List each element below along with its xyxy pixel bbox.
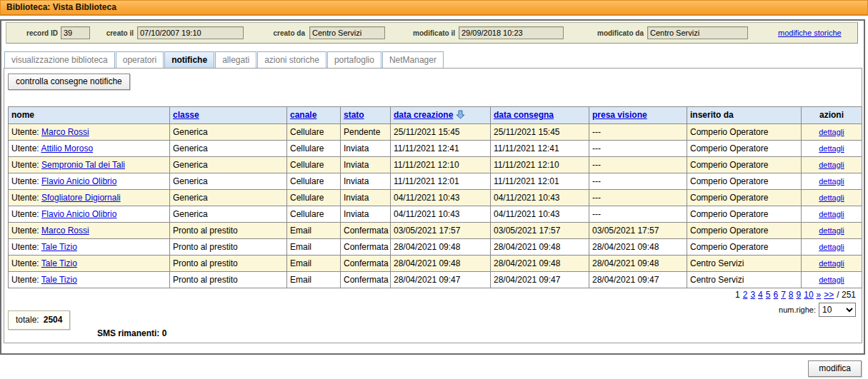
- details-link[interactable]: dettagli: [819, 276, 844, 284]
- table-row: Utente: Tale TizioPronto al prestitoEmai…: [9, 256, 862, 272]
- user-link[interactable]: Attilio Moroso: [41, 143, 93, 153]
- cell-stato: Inviata: [341, 141, 391, 157]
- details-link[interactable]: dettagli: [819, 144, 844, 153]
- cell-stato: Inviata: [341, 173, 391, 190]
- user-link[interactable]: Tale Tizio: [41, 275, 77, 285]
- user-link[interactable]: Marco Rossi: [41, 127, 89, 137]
- table-row: Utente: Flavio Anicio OlibrioGenericaCel…: [9, 206, 862, 223]
- details-link[interactable]: dettagli: [819, 161, 844, 169]
- column-header-data-creazione[interactable]: data creazione: [391, 107, 491, 124]
- pagination-link-last[interactable]: >>: [824, 290, 834, 300]
- cell-data-consegna: 28/04/2021 09:47: [491, 272, 589, 288]
- pagination-link-8[interactable]: 8: [789, 290, 794, 300]
- cell-classe: Generica: [170, 206, 287, 223]
- cell-canale: Cellulare: [287, 206, 341, 223]
- user-link[interactable]: Flavio Anicio Olibrio: [41, 209, 116, 219]
- table-row: Utente: Marco RossiGenericaCellularePend…: [9, 124, 862, 141]
- sort-link-data-creazione[interactable]: data creazione: [394, 110, 453, 120]
- tab-operatori[interactable]: operatori: [116, 51, 164, 69]
- tab-azioni-storiche[interactable]: azioni storiche: [257, 51, 326, 69]
- cell-inserito-da: Comperio Operatore: [687, 190, 802, 206]
- user-link[interactable]: Tale Tizio: [41, 258, 77, 268]
- cell-stato: Pendente: [341, 124, 391, 141]
- main-window: record ID creato il creato da modificato…: [0, 19, 865, 355]
- edit-button[interactable]: modifica: [808, 360, 862, 377]
- cell-classe: Generica: [170, 141, 287, 157]
- cell-stato: Inviata: [341, 190, 391, 206]
- cell-data-creazione: 11/11/2021 12:10: [391, 157, 491, 173]
- user-link[interactable]: Sfogliatore Digiornali: [41, 193, 121, 203]
- cell-presa-visione: ---: [589, 206, 687, 223]
- cell-classe: Pronto al prestito: [170, 256, 287, 272]
- cell-presa-visione: 28/04/2021 09:48: [589, 256, 687, 272]
- table-row: Utente: Sfogliatore DigiornaliGenericaCe…: [9, 190, 862, 206]
- rows-per-page-select[interactable]: 10: [819, 303, 856, 317]
- pagination-link-3[interactable]: 3: [750, 290, 755, 300]
- cell-nome: Utente: Attilio Moroso: [9, 141, 170, 157]
- pagination-link-7[interactable]: 7: [781, 290, 786, 300]
- cell-canale: Email: [287, 223, 341, 239]
- history-changes-link[interactable]: modifiche storiche: [778, 29, 842, 37]
- user-link[interactable]: Tale Tizio: [41, 242, 77, 252]
- user-link[interactable]: Marco Rossi: [41, 226, 89, 236]
- user-link[interactable]: Sempronio Tal dei Tali: [41, 160, 125, 170]
- modified-by-field[interactable]: [647, 26, 748, 39]
- pagination-link-9[interactable]: 9: [797, 290, 802, 300]
- user-link[interactable]: Flavio Anicio Olibrio: [41, 176, 116, 186]
- cell-data-creazione: 28/04/2021 09:47: [391, 272, 491, 288]
- sort-link-data-consegna[interactable]: data consegna: [494, 110, 554, 120]
- table-row: Utente: Marco RossiPronto al prestitoEma…: [9, 223, 862, 239]
- details-link[interactable]: dettagli: [819, 128, 844, 136]
- created-at-field[interactable]: [137, 26, 244, 39]
- pagination-link-5[interactable]: 5: [766, 290, 771, 300]
- modified-at-label: modificato il: [405, 29, 455, 37]
- modified-at-field[interactable]: [459, 26, 564, 39]
- created-by-field[interactable]: [309, 26, 385, 39]
- tab-notifiche[interactable]: notifiche: [164, 51, 214, 69]
- modified-by-label: modificato da: [591, 29, 644, 37]
- total-value: 2504: [44, 315, 63, 325]
- pagination-link-10[interactable]: 10: [804, 290, 813, 300]
- column-header-classe[interactable]: classe: [170, 107, 287, 124]
- table-row: Utente: Tale TizioPronto al prestitoEmai…: [9, 272, 862, 288]
- cell-presa-visione: 28/04/2021 09:47: [589, 272, 687, 288]
- column-header-presa-visione[interactable]: presa visione: [589, 107, 687, 124]
- column-header-stato[interactable]: stato: [341, 107, 391, 124]
- cell-inserito-da: Comperio Operatore: [687, 206, 802, 223]
- tab-bar: visualizzazione bibliotecaoperatorinotif…: [4, 51, 444, 69]
- cell-data-creazione: 03/05/2021 17:57: [391, 223, 491, 239]
- tab-portafoglio[interactable]: portafoglio: [327, 51, 381, 69]
- column-header-canale[interactable]: canale: [287, 107, 341, 124]
- created-at-label: creato il: [91, 29, 134, 37]
- check-deliveries-button[interactable]: controlla consegne notifiche: [8, 74, 130, 90]
- cell-data-consegna: 11/11/2021 12:41: [491, 141, 589, 157]
- sort-link-stato[interactable]: stato: [344, 110, 364, 120]
- sort-link-presa-visione[interactable]: presa visione: [592, 110, 647, 120]
- notifications-table: nomeclassecanalestatodata creazionedata …: [8, 106, 862, 288]
- pagination-link-next[interactable]: »: [817, 290, 822, 300]
- details-link[interactable]: dettagli: [819, 226, 844, 235]
- cell-azioni: dettagli: [802, 173, 862, 190]
- sort-link-canale[interactable]: canale: [290, 110, 316, 120]
- cell-classe: Pronto al prestito: [170, 223, 287, 239]
- pagination-link-2[interactable]: 2: [743, 290, 748, 300]
- cell-inserito-da: Comperio Operatore: [687, 223, 802, 239]
- cell-presa-visione: 03/05/2021 17:57: [589, 223, 687, 239]
- pagination-link-6[interactable]: 6: [773, 290, 778, 300]
- cell-azioni: dettagli: [802, 124, 862, 141]
- details-link[interactable]: dettagli: [819, 210, 844, 218]
- sort-link-classe[interactable]: classe: [173, 110, 199, 120]
- details-link[interactable]: dettagli: [819, 177, 844, 186]
- details-link[interactable]: dettagli: [819, 259, 844, 268]
- column-header-data-consegna[interactable]: data consegna: [491, 107, 589, 124]
- column-header-inserito-da: inserito da: [687, 107, 802, 124]
- pagination-link-4[interactable]: 4: [758, 290, 763, 300]
- record-id-field[interactable]: [61, 26, 90, 39]
- cell-nome: Utente: Sfogliatore Digiornali: [9, 190, 170, 206]
- details-link[interactable]: dettagli: [819, 243, 844, 251]
- tab-netmanager[interactable]: NetManager: [382, 51, 444, 69]
- tab-visualizzazione-biblioteca[interactable]: visualizzazione biblioteca: [4, 51, 115, 69]
- tab-allegati[interactable]: allegati: [215, 51, 256, 69]
- details-link[interactable]: dettagli: [819, 193, 844, 202]
- cell-data-consegna: 04/11/2021 10:43: [491, 190, 589, 206]
